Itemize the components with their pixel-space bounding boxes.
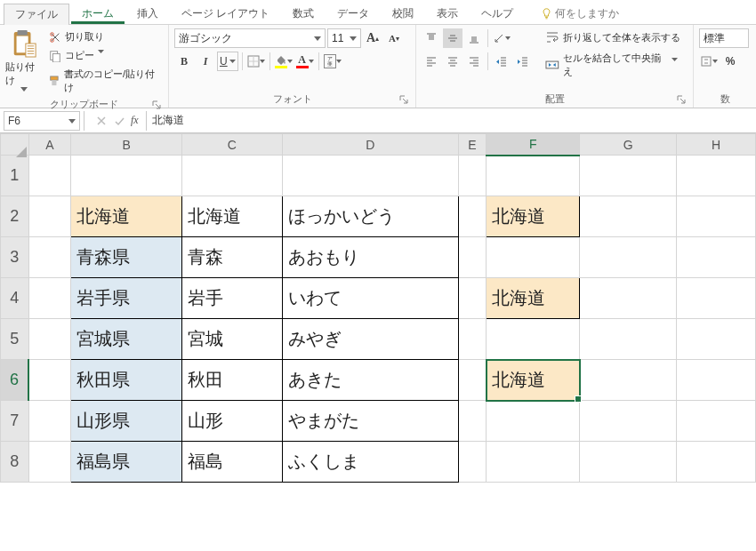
increase-indent-button[interactable] bbox=[513, 52, 533, 71]
cell-f2[interactable]: 北海道 bbox=[487, 196, 580, 237]
cell-d8[interactable]: ふくしま bbox=[282, 442, 458, 483]
row-header-4[interactable]: 4 bbox=[1, 278, 29, 319]
cell-f8[interactable] bbox=[487, 442, 580, 483]
row-header-6[interactable]: 6 bbox=[1, 360, 29, 401]
decrease-indent-button[interactable] bbox=[492, 52, 511, 71]
row-header-3[interactable]: 3 bbox=[1, 237, 29, 278]
font-dialog-launcher[interactable] bbox=[398, 93, 410, 106]
row-header-2[interactable]: 2 bbox=[1, 196, 29, 237]
borders-button[interactable] bbox=[246, 52, 266, 71]
alignment-dialog-launcher[interactable] bbox=[675, 93, 688, 106]
col-header-g[interactable]: G bbox=[580, 134, 677, 156]
name-box[interactable]: F6 bbox=[4, 111, 80, 131]
cancel-formula-icon[interactable] bbox=[95, 115, 108, 127]
select-all-corner[interactable] bbox=[1, 134, 29, 156]
cell-h6[interactable] bbox=[676, 360, 755, 401]
row-header-5[interactable]: 5 bbox=[1, 319, 29, 360]
cell-g1[interactable] bbox=[580, 156, 677, 196]
align-left-button[interactable] bbox=[422, 52, 441, 71]
col-header-b[interactable]: B bbox=[71, 134, 182, 156]
cell-e5[interactable] bbox=[458, 319, 487, 360]
align-right-button[interactable] bbox=[464, 52, 484, 71]
cell-d4[interactable]: いわて bbox=[282, 278, 458, 319]
tab-file[interactable]: ファイル bbox=[4, 4, 69, 25]
cell-a6[interactable] bbox=[28, 360, 71, 401]
formula-input[interactable]: 北海道 bbox=[147, 113, 756, 128]
font-color-button[interactable]: A bbox=[295, 52, 315, 71]
orientation-button[interactable] bbox=[492, 28, 511, 48]
col-header-d[interactable]: D bbox=[282, 134, 458, 156]
cell-f1[interactable] bbox=[487, 156, 580, 196]
cell-c4[interactable]: 岩手 bbox=[181, 278, 282, 319]
align-bottom-button[interactable] bbox=[464, 28, 484, 48]
cell-f6[interactable]: 北海道 bbox=[487, 360, 580, 401]
cell-b4[interactable]: 岩手県 bbox=[71, 278, 182, 319]
underline-button[interactable]: U bbox=[217, 52, 238, 71]
cell-d3[interactable]: あおもり bbox=[282, 237, 458, 278]
cell-h2[interactable] bbox=[676, 196, 755, 237]
tab-help[interactable]: ヘルプ bbox=[470, 4, 524, 24]
decrease-font-button[interactable]: A▾ bbox=[384, 28, 404, 48]
worksheet-grid[interactable]: A B C D E F G H 1 2 北海道 北海道 ほっかいどう 北海道 3… bbox=[0, 133, 756, 483]
tell-me[interactable]: 何をしますか bbox=[531, 4, 630, 24]
cell-c6[interactable]: 秋田 bbox=[181, 360, 282, 401]
cell-a8[interactable] bbox=[28, 442, 71, 483]
cell-c1[interactable] bbox=[181, 156, 282, 196]
bold-button[interactable]: B bbox=[174, 52, 194, 71]
align-top-button[interactable] bbox=[422, 28, 441, 48]
cell-h1[interactable] bbox=[676, 156, 755, 196]
cell-b6[interactable]: 秋田県 bbox=[71, 360, 182, 401]
font-name-combo[interactable]: 游ゴシック bbox=[174, 28, 326, 48]
row-header-7[interactable]: 7 bbox=[1, 401, 29, 442]
paste-button[interactable]: 貼り付け bbox=[5, 28, 44, 92]
tab-insert[interactable]: 挿入 bbox=[126, 4, 169, 24]
enter-formula-icon[interactable] bbox=[113, 115, 125, 127]
cell-b7[interactable]: 山形県 bbox=[71, 401, 182, 442]
col-header-f[interactable]: F bbox=[487, 134, 580, 156]
cell-g3[interactable] bbox=[580, 237, 677, 278]
copy-button[interactable]: コピー bbox=[47, 47, 163, 64]
cell-c2[interactable]: 北海道 bbox=[181, 196, 282, 237]
cell-h7[interactable] bbox=[676, 401, 755, 442]
row-header-1[interactable]: 1 bbox=[1, 156, 29, 196]
cell-f3[interactable] bbox=[487, 237, 580, 278]
cell-f5[interactable] bbox=[487, 319, 580, 360]
cell-e1[interactable] bbox=[458, 156, 487, 196]
cell-b8[interactable]: 福島県 bbox=[71, 442, 182, 483]
cell-a4[interactable] bbox=[28, 278, 71, 319]
cell-b1[interactable] bbox=[71, 156, 182, 196]
cell-a1[interactable] bbox=[28, 156, 71, 196]
phonetic-guide-button[interactable]: ア亜 bbox=[323, 52, 342, 71]
cell-d1[interactable] bbox=[282, 156, 458, 196]
increase-font-button[interactable]: A▴ bbox=[363, 28, 382, 48]
font-size-combo[interactable]: 11 bbox=[327, 28, 361, 48]
cell-h3[interactable] bbox=[676, 237, 755, 278]
tab-formulas[interactable]: 数式 bbox=[282, 4, 325, 24]
cell-f7[interactable] bbox=[487, 401, 580, 442]
cell-g4[interactable] bbox=[580, 278, 677, 319]
col-header-a[interactable]: A bbox=[28, 134, 71, 156]
wrap-text-button[interactable]: 折り返して全体を表示する bbox=[543, 28, 688, 46]
cell-d2[interactable]: ほっかいどう bbox=[282, 196, 458, 237]
cell-h5[interactable] bbox=[676, 319, 755, 360]
clipboard-dialog-launcher[interactable] bbox=[150, 99, 163, 111]
number-format-combo[interactable]: 標準 bbox=[699, 28, 749, 48]
cell-e7[interactable] bbox=[458, 401, 487, 442]
row-header-8[interactable]: 8 bbox=[1, 442, 29, 483]
cell-c3[interactable]: 青森 bbox=[181, 237, 282, 278]
insert-function-button[interactable]: fx bbox=[131, 114, 139, 127]
col-header-c[interactable]: C bbox=[181, 134, 282, 156]
cell-g6[interactable] bbox=[580, 360, 677, 401]
tab-page-layout[interactable]: ページ レイアウト bbox=[171, 4, 280, 24]
cell-b5[interactable]: 宮城県 bbox=[71, 319, 182, 360]
cell-g2[interactable] bbox=[580, 196, 677, 237]
align-middle-button[interactable] bbox=[443, 28, 462, 48]
cell-c7[interactable]: 山形 bbox=[181, 401, 282, 442]
cell-c5[interactable]: 宮城 bbox=[181, 319, 282, 360]
cell-b3[interactable]: 青森県 bbox=[71, 237, 182, 278]
cell-d5[interactable]: みやぎ bbox=[282, 319, 458, 360]
cell-a5[interactable] bbox=[28, 319, 71, 360]
cell-e8[interactable] bbox=[458, 442, 487, 483]
align-center-button[interactable] bbox=[443, 52, 462, 71]
cell-a2[interactable] bbox=[28, 196, 71, 237]
